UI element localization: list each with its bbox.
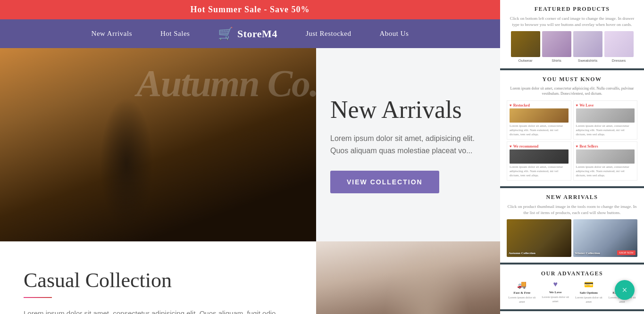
casual-collection-title: Casual Collection <box>24 268 293 292</box>
close-button[interactable]: × <box>615 280 635 300</box>
hero-description: Lorem ipsum dolor sit amet, adipisicing … <box>330 132 486 157</box>
nav-link-about-us[interactable]: About Us <box>379 30 409 38</box>
outwear-thumb <box>511 31 540 57</box>
brand-name: StoreM4 <box>237 28 277 40</box>
dresses-thumb <box>604 31 634 57</box>
our-advantages-title: OUR ADVANTAGES <box>507 270 637 277</box>
hero-right-panel: New Arrivals Lorem ipsum dolor sit amet,… <box>316 48 500 241</box>
hero-title: New Arrivals <box>330 96 486 123</box>
view-collection-button[interactable]: VIEW COLLECTION <box>330 171 439 193</box>
ymk-item-we-love: ♥ We Love Lorem ipsum dolor sit amet, co… <box>573 100 638 140</box>
ymk-recommend-heart-icon: ♥ <box>510 144 512 149</box>
hero-section: Autumn Co... New Arrivals Lorem ipsum do… <box>0 48 500 241</box>
you-must-know-title: YOU MUST KNOW <box>507 76 637 83</box>
featured-item-shirts[interactable]: Shirts <box>542 31 571 63</box>
bottom-section: Casual Collection Lorem ipsum dolor sit … <box>0 241 500 314</box>
cart-icon: 🛒 <box>218 26 234 41</box>
ymk-item-best-sellers: ♥ Best Sellers Lorem ipsum dolor sit ame… <box>573 141 638 181</box>
bottom-right-photo <box>316 241 500 314</box>
ymk-love-heart-icon: ♥ <box>576 103 578 107</box>
new-arrivals-grid: Autumn Collection Winter Collection SHOP… <box>507 219 637 257</box>
ymk-we-love-text: Lorem ipsum dolor sit amet, consectetur … <box>576 124 635 137</box>
advantage-we-love: ♥ We Love Lorem ipsum dolor sit amet <box>540 280 571 304</box>
featured-item-dresses[interactable]: Dresses <box>604 31 634 63</box>
ymk-best-sellers-title: ♥ Best Sellers <box>576 144 635 149</box>
fast-free-title: Fast & Free <box>507 291 537 295</box>
dresses-label: Dresses <box>604 58 634 63</box>
casual-description: Lorem ipsum dolor sit amet, consectetur … <box>24 307 293 314</box>
new-arrivals-sidebar-title: NEW ARRIVALS <box>507 194 637 201</box>
nav-links: New Arrivals Hot Sales 🛒 StoreM4 Just Re… <box>92 26 409 41</box>
ymk-item-recommend: ♥ We recommend Lorem ipsum dolor sit ame… <box>507 141 571 181</box>
we-love-title: We Love <box>540 290 571 294</box>
sweatshirts-thumb <box>573 31 602 57</box>
fast-free-desc: Lorem ipsum dolor sit amet <box>507 296 537 304</box>
ymk-best-sellers-text: Lorem ipsum dolor sit amet, consectetur … <box>576 165 635 178</box>
featured-products-subtitle: Click on bottom left corner of card imag… <box>507 16 637 27</box>
featured-item-outwear[interactable]: Outwear <box>511 31 540 63</box>
ymk-restocked-title: ♥ Restocked <box>510 103 569 107</box>
new-arrivals-section: NEW ARRIVALS Click on product thumbnail … <box>500 188 644 263</box>
navbar: New Arrivals Hot Sales 🛒 StoreM4 Just Re… <box>0 19 500 48</box>
featured-item-sweatshirts[interactable]: Sweatshirts <box>573 31 602 63</box>
ymk-restocked-image <box>510 108 569 123</box>
nav-logo[interactable]: 🛒 StoreM4 <box>218 26 277 41</box>
main-content-area: Hot Summer Sale - Save 50% New Arrivals … <box>0 0 500 314</box>
we-love-icon: ♥ <box>540 280 571 289</box>
sweatshirts-label: Sweatshirts <box>573 58 602 63</box>
woman-photo <box>316 241 500 314</box>
hero-left-photo: Autumn Co... <box>0 48 316 241</box>
safe-options-icon: 💳 <box>574 280 604 289</box>
shirts-thumb <box>542 31 571 57</box>
nav-link-new-arrivals[interactable]: New Arrivals <box>92 30 132 38</box>
hot-sale-banner[interactable]: Hot Summer Sale - Save 50% <box>0 0 500 19</box>
hot-sale-text: Hot Summer Sale - Save 50% <box>190 5 309 14</box>
nav-link-hot-sales[interactable]: Hot Sales <box>160 30 190 38</box>
autumn-text-overlay: Autumn Co... <box>136 62 316 105</box>
safe-options-title: Safe Options <box>574 291 604 295</box>
ymk-item-restocked: ♥ Restocked Lorem ipsum dolor sit amet, … <box>507 100 571 140</box>
we-love-desc: Lorem ipsum dolor sit amet <box>540 295 571 303</box>
explore-products-section: EXPLORE OUR PRODUCTS <box>500 311 644 314</box>
winter-collection-btn[interactable]: SHOP NOW <box>617 250 636 255</box>
title-underline <box>24 297 52 298</box>
featured-products-grid: Outwear Shirts Sweatshirts Dresses <box>507 31 637 63</box>
winter-collection-card[interactable]: Winter Collection SHOP NOW <box>573 219 638 257</box>
ymk-heart-icon: ♥ <box>510 103 512 107</box>
ymk-best-sellers-image <box>576 149 635 164</box>
ymk-best-heart-icon: ♥ <box>576 144 578 149</box>
right-sidebar[interactable]: FEATURED PRODUCTS Click on bottom left c… <box>500 0 644 314</box>
ymk-restocked-text: Lorem ipsum dolor sit amet, consectetur … <box>510 124 569 137</box>
winter-collection-label: Winter Collection <box>575 251 600 255</box>
ymk-grid: ♥ Restocked Lorem ipsum dolor sit amet, … <box>507 100 637 181</box>
casual-collection-panel: Casual Collection Lorem ipsum dolor sit … <box>0 241 316 314</box>
ymk-recommend-text: Lorem ipsum dolor sit amet, consectetur … <box>510 165 569 178</box>
nav-link-just-restocked[interactable]: Just Restocked <box>306 30 351 38</box>
new-arrivals-subtitle: Click on product thumbnail image in the … <box>507 204 637 215</box>
advantage-fast-free: 🚚 Fast & Free Lorem ipsum dolor sit amet <box>507 280 537 304</box>
shirts-label: Shirts <box>542 58 571 63</box>
autumn-collection-label: Autumn Collection <box>509 251 535 255</box>
autumn-collection-card[interactable]: Autumn Collection <box>507 219 571 257</box>
fast-free-icon: 🚚 <box>507 280 537 289</box>
you-must-know-description: Lorem ipsum dolor sit amet, consectetur … <box>507 86 637 96</box>
ymk-recommend-image <box>510 149 569 164</box>
safe-options-desc: Lorem ipsum dolor sit amet <box>574 296 604 304</box>
ymk-we-love-image <box>576 108 635 123</box>
advantage-safe-options: 💳 Safe Options Lorem ipsum dolor sit ame… <box>574 280 604 304</box>
featured-products-title: FEATURED PRODUCTS <box>507 6 637 13</box>
outwear-label: Outwear <box>511 58 540 63</box>
ymk-recommend-title: ♥ We recommend <box>510 144 569 149</box>
you-must-know-section: YOU MUST KNOW Lorem ipsum dolor sit amet… <box>500 70 644 186</box>
featured-products-section: FEATURED PRODUCTS Click on bottom left c… <box>500 0 644 68</box>
ymk-we-love-title: ♥ We Love <box>576 103 635 107</box>
